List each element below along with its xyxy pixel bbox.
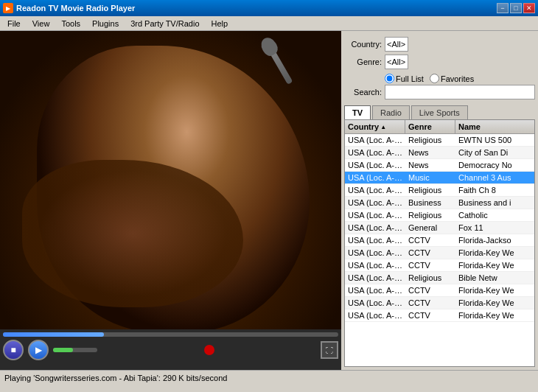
cell-genre: CCTV	[405, 247, 455, 259]
cell-name: Florida-Key We	[455, 309, 534, 321]
table-row[interactable]: USA (Loc. A-G)BusinessBusiness and i	[345, 197, 534, 209]
cell-genre: General	[405, 222, 455, 234]
tab-live-sports[interactable]: Live Sports	[411, 105, 468, 119]
table-row[interactable]: USA (Loc. A-G)CCTVFlorida-Key We	[345, 309, 534, 322]
play-button[interactable]: ▶	[28, 340, 49, 360]
progress-bar[interactable]	[3, 332, 338, 337]
record-button[interactable]	[204, 345, 214, 355]
genre-select-wrapper: <All>	[385, 55, 535, 69]
header-genre[interactable]: Genre	[405, 120, 455, 133]
stop-button[interactable]: ■	[3, 340, 24, 360]
menu-tools[interactable]: Tools	[55, 18, 86, 29]
menu-bar: File View Tools Plugins 3rd Party TV/Rad…	[0, 16, 538, 31]
cell-genre: Religious	[405, 209, 455, 221]
full-list-radio[interactable]	[385, 74, 394, 83]
menu-view[interactable]: View	[27, 18, 56, 29]
header-country[interactable]: Country ▲	[345, 120, 405, 133]
table-row[interactable]: USA (Loc. A-G)NewsDemocracy No	[345, 159, 534, 172]
cell-genre: Business	[405, 197, 455, 209]
cell-name: City of San Di	[455, 147, 534, 158]
menu-3rdparty[interactable]: 3rd Party TV/Radio	[125, 18, 205, 29]
cell-genre: Religious	[405, 272, 455, 284]
genre-select[interactable]: <All>	[385, 55, 408, 69]
menu-file[interactable]: File	[1, 18, 27, 29]
cell-country: USA (Loc. A-G)	[345, 159, 405, 171]
favorites-option[interactable]: Favorites	[430, 74, 474, 83]
table-row[interactable]: USA (Loc. A-G)ReligiousEWTN US 500	[345, 134, 534, 147]
list-header: Country ▲ Genre Name	[345, 120, 534, 134]
status-text: Playing 'Songwritersseries.com - Abi Tap…	[4, 374, 227, 382]
cell-country: USA (Loc. A-G)	[345, 222, 405, 234]
header-name[interactable]: Name	[455, 120, 534, 133]
genre-label: Genre:	[344, 57, 385, 66]
search-input[interactable]	[385, 85, 535, 99]
cell-country: USA (Loc. A-G)	[345, 272, 405, 284]
cell-genre: CCTV	[405, 309, 455, 321]
list-type-row: Full List Favorites	[344, 72, 535, 85]
tab-radio[interactable]: Radio	[372, 105, 410, 119]
cell-country: USA (Loc. A-G)	[345, 309, 405, 321]
right-panel: Country: <All> Genre: <All> Fu	[341, 31, 538, 370]
cell-name: EWTN US 500	[455, 134, 534, 146]
cell-country: USA (Loc. A-G)	[345, 234, 405, 246]
cell-name: Florida-Key We	[455, 247, 534, 259]
filter-section: Country: <All> Genre: <All> Fu	[344, 34, 535, 105]
menu-help[interactable]: Help	[206, 18, 234, 29]
cell-name: Democracy No	[455, 159, 534, 171]
cell-country: USA (Loc. A-G)	[345, 172, 405, 183]
table-row[interactable]: USA (Loc. A-G)ReligiousFaith Ch 8	[345, 184, 534, 197]
table-row[interactable]: USA (Loc. A-G)ReligiousCatholic	[345, 209, 534, 222]
table-row[interactable]: USA (Loc. A-G)GeneralFox 11	[345, 222, 534, 234]
cell-name: Channel 3 Aus	[455, 172, 534, 183]
minimize-button[interactable]: −	[497, 3, 509, 13]
cell-genre: CCTV	[405, 284, 455, 296]
mic-visual	[266, 43, 293, 85]
favorites-radio[interactable]	[430, 74, 439, 83]
cell-name: Fox 11	[455, 222, 534, 234]
cell-name: Florida-Key We	[455, 297, 534, 309]
full-list-option[interactable]: Full List	[385, 74, 424, 83]
country-filter-row: Country: <All>	[344, 37, 535, 52]
search-row: Search:	[344, 85, 535, 99]
cell-name: Florida-Key We	[455, 259, 534, 271]
volume-fill	[53, 348, 73, 352]
cell-genre: Religious	[405, 134, 455, 146]
title-bar: ▶ Readon TV Movie Radio Player − □ ✕	[0, 0, 538, 16]
cell-country: USA (Loc. A-G)	[345, 147, 405, 158]
tabs: TV Radio Live Sports	[344, 105, 535, 119]
cell-name: Florida-Jackso	[455, 234, 534, 246]
maximize-button[interactable]: □	[510, 3, 522, 13]
controls-row: ■ ▶ ⛶	[3, 340, 338, 360]
table-row[interactable]: USA (Loc. A-G)CCTVFlorida-Key We	[345, 297, 534, 309]
window-title: Readon TV Movie Radio Player	[16, 4, 135, 13]
progress-fill	[3, 332, 104, 337]
table-row[interactable]: USA (Loc. A-G)CCTVFlorida-Jackso	[345, 234, 534, 247]
cell-country: USA (Loc. A-G)	[345, 197, 405, 209]
table-row[interactable]: USA (Loc. A-G)ReligiousBible Netw	[345, 272, 534, 284]
table-row[interactable]: USA (Loc. A-G)MusicChannel 3 Aus	[345, 172, 534, 184]
video-area: ■ ▶ ⛶	[0, 31, 341, 370]
country-select[interactable]: <All>	[385, 37, 408, 52]
volume-slider[interactable]	[53, 348, 97, 352]
cell-country: USA (Loc. A-G)	[345, 297, 405, 309]
table-row[interactable]: USA (Loc. A-G)NewsCity of San Di	[345, 147, 534, 159]
table-row[interactable]: USA (Loc. A-G)CCTVFlorida-Key We	[345, 284, 534, 297]
cell-name: Faith Ch 8	[455, 184, 534, 196]
tab-tv[interactable]: TV	[344, 105, 371, 119]
table-row[interactable]: USA (Loc. A-G)CCTVFlorida-Key We	[345, 259, 534, 272]
fullscreen-button[interactable]: ⛶	[321, 341, 338, 359]
cell-genre: News	[405, 159, 455, 171]
video-controls: ■ ▶ ⛶	[0, 329, 341, 370]
cell-country: USA (Loc. A-G)	[345, 184, 405, 196]
country-select-wrapper: <All>	[385, 37, 535, 52]
cell-genre: Music	[405, 172, 455, 183]
cell-country: USA (Loc. A-G)	[345, 284, 405, 296]
close-button[interactable]: ✕	[523, 3, 535, 13]
main-content: ■ ▶ ⛶ Country: <All>	[0, 31, 538, 370]
country-label: Country:	[344, 40, 385, 49]
table-row[interactable]: USA (Loc. A-G)CCTVFlorida-Key We	[345, 247, 534, 259]
cell-genre: News	[405, 147, 455, 158]
status-bar: Playing 'Songwritersseries.com - Abi Tap…	[0, 370, 538, 385]
menu-plugins[interactable]: Plugins	[86, 18, 125, 29]
cell-country: USA (Loc. A-G)	[345, 209, 405, 221]
